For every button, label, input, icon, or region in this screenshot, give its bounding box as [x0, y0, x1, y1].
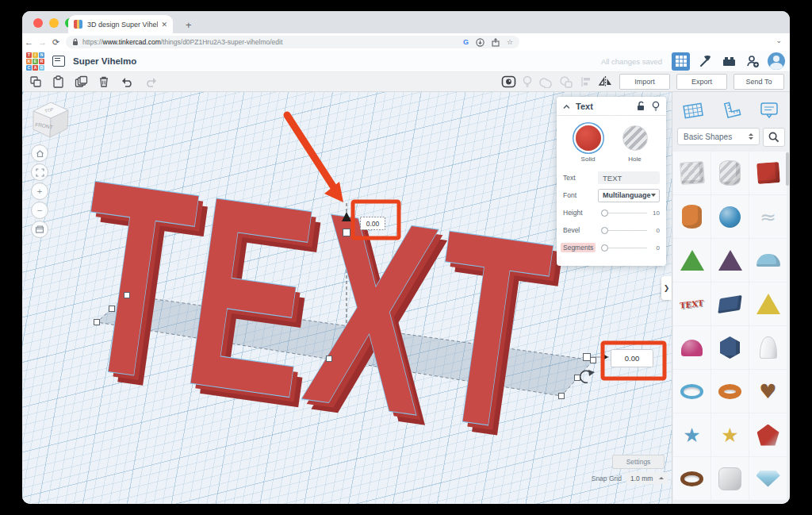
shape-tile-orange-torus[interactable] [711, 370, 749, 413]
home-view-button[interactable] [31, 144, 48, 162]
shape-tile-box-hole[interactable] [673, 152, 710, 194]
back-icon[interactable]: ← [22, 37, 36, 47]
material-hole[interactable]: Hole [622, 125, 648, 163]
view-cube[interactable]: TOP FRONT [33, 102, 68, 137]
bookmark-star-icon[interactable]: ☆ [507, 38, 513, 46]
dimension-input-right[interactable]: 0.00 [611, 350, 653, 367]
minimize-window-button[interactable] [49, 18, 59, 28]
sidebar-collapse-tab[interactable]: ❯ [661, 276, 672, 300]
segments-value: 0 [657, 244, 660, 252]
shape-inspector-panel: Text Solid Hole Text [557, 97, 666, 266]
shape-category-select[interactable]: Basic Shapes [677, 128, 760, 145]
ruler-icon[interactable] [718, 98, 744, 123]
invite-person-icon[interactable] [744, 52, 761, 70]
close-window-button[interactable] [33, 18, 43, 28]
shape-tile-purple-cone[interactable] [711, 239, 749, 282]
save-page-icon[interactable] [476, 38, 485, 47]
segments-slider[interactable] [601, 244, 647, 252]
undo-icon[interactable] [120, 76, 134, 87]
design-grid-button[interactable] [672, 52, 690, 71]
zoom-out-button[interactable]: − [31, 202, 48, 219]
light-icon[interactable] [523, 75, 532, 89]
minecraft-pickaxe-icon[interactable] [696, 52, 714, 70]
dimension-input-top[interactable]: 0.00 [361, 217, 385, 230]
lock-open-icon[interactable] [636, 101, 645, 111]
shape-tile-yellow-star[interactable]: ★ [711, 413, 749, 456]
shape-tile-red-text[interactable]: TEXT [673, 282, 710, 325]
collapse-panel-icon[interactable] [563, 103, 569, 110]
shape-tile-blue-star[interactable]: ★ [673, 413, 710, 456]
brick-blocks-icon[interactable] [720, 52, 737, 70]
height-slider[interactable] [601, 209, 647, 217]
save-status: All changes saved [601, 57, 662, 66]
raise-handle-square[interactable] [343, 229, 350, 236]
paste-icon[interactable] [52, 75, 64, 88]
redo-icon[interactable] [144, 76, 159, 87]
browser-tab[interactable]: 3D design Super Vihelmo | Tink ✕ [68, 15, 173, 33]
design-menu-icon[interactable] [52, 56, 65, 67]
shape-tile-scribble[interactable]: ≈ [749, 195, 787, 238]
tinkercad-logo[interactable]: TINKERCAD [26, 52, 44, 71]
copy-icon[interactable] [29, 75, 42, 88]
shape-tile-brown-tube[interactable] [673, 457, 710, 500]
export-button[interactable]: Export [676, 74, 727, 90]
user-avatar[interactable] [768, 52, 785, 70]
shape-tile-blue-round-roof[interactable] [749, 239, 787, 282]
bevel-slider[interactable] [601, 227, 647, 234]
shape-tile-navy-wedge[interactable] [711, 282, 749, 325]
reload-icon[interactable]: ⟳ [49, 37, 63, 48]
shape-tile-sphere[interactable] [711, 195, 749, 238]
share-icon[interactable] [492, 38, 500, 47]
text-model-3d[interactable]: TEXT TEXT TEXT [58, 123, 577, 498]
chevron-down-icon[interactable]: ⌄ [776, 37, 782, 44]
ungroup-icon[interactable] [559, 75, 573, 88]
3d-viewport[interactable]: TOP FRONT TEXT TEXT TEXT [22, 92, 672, 504]
shape-tile-blue-diamond[interactable] [749, 457, 787, 500]
notes-icon[interactable] [756, 98, 782, 123]
shape-tile-yellow-roof[interactable] [749, 282, 787, 325]
font-select[interactable]: Multilanguage [598, 189, 660, 202]
design-title[interactable]: Super Vihelmo [73, 56, 136, 66]
right-handle-square[interactable] [584, 354, 591, 361]
shape-tile-pink-hemisphere[interactable] [673, 326, 710, 369]
settings-button[interactable]: Settings [612, 455, 665, 469]
shape-tile-box[interactable] [749, 152, 787, 194]
show-all-icon[interactable] [501, 75, 516, 89]
send-to-button[interactable]: Send To [733, 74, 784, 90]
main-area: TOP FRONT TEXT TEXT TEXT [22, 92, 790, 504]
material-solid[interactable]: Solid [576, 125, 601, 163]
text-input[interactable] [598, 171, 660, 184]
font-value: Multilanguage [603, 191, 651, 199]
shape-tile-cyan-torus[interactable] [673, 370, 710, 413]
sidebar-scrollbar[interactable] [786, 152, 789, 186]
shape-tile-brown-heart[interactable]: ♥ [749, 370, 787, 413]
omnibox[interactable]: https://www.tinkercad.com/things/d0PZ1Hr… [66, 36, 519, 48]
fit-view-button[interactable] [31, 163, 48, 181]
group-icon[interactable] [538, 75, 553, 88]
shape-tile-cylinder[interactable] [673, 195, 710, 238]
mirror-icon[interactable] [598, 75, 613, 88]
shape-tile-gray-dice[interactable] [711, 457, 749, 500]
height-value: 10 [653, 209, 660, 217]
shape-tile-navy-prism[interactable] [711, 326, 749, 369]
align-icon[interactable] [580, 75, 592, 88]
shape-tile-cylinder-hole[interactable] [711, 152, 749, 194]
duplicate-icon[interactable] [75, 75, 88, 88]
import-button[interactable]: Import [619, 74, 670, 90]
shape-tile-red-icosahedron[interactable] [749, 413, 787, 456]
shape-tile-white-paraboloid[interactable] [749, 326, 787, 369]
workplane-icon[interactable] [680, 98, 706, 123]
search-icon [768, 132, 779, 143]
forward-icon[interactable]: → [36, 37, 49, 47]
snap-grid-select[interactable]: 1.0 mm [626, 472, 668, 484]
view-nav-buttons: + − [31, 144, 48, 238]
search-shapes-button[interactable] [763, 128, 785, 147]
zoom-in-button[interactable]: + [31, 183, 48, 200]
visibility-bulb-icon[interactable] [652, 101, 660, 111]
shape-tile-green-wedge[interactable] [673, 239, 710, 282]
delete-icon[interactable] [98, 75, 109, 88]
orthographic-view-button[interactable] [31, 221, 48, 238]
google-icon[interactable]: G [463, 38, 469, 46]
close-tab-icon[interactable]: ✕ [161, 21, 167, 29]
new-tab-button[interactable]: + [179, 19, 198, 31]
